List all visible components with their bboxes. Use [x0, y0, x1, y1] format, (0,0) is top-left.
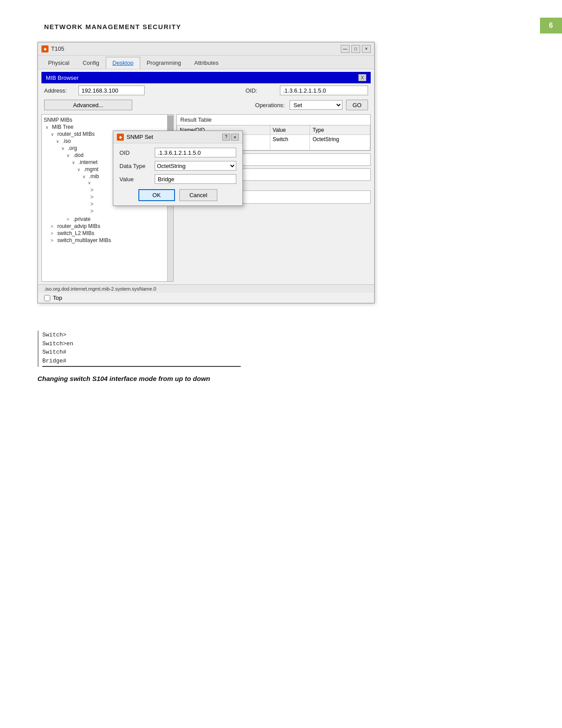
dialog-help-button[interactable]: ?	[222, 134, 230, 141]
window-titlebar: ◆ T105 — □ ×	[38, 42, 374, 56]
result-table-header: Result Table	[177, 115, 370, 125]
cell-type: OctetString	[310, 135, 370, 150]
dialog-buttons: OK Cancel	[119, 189, 236, 201]
snmp-set-dialog: ◆ SNMP Set ? × OID Data Type OctetString…	[113, 131, 243, 206]
mgmt-label: .mgmt	[84, 166, 98, 172]
tree-private[interactable]: > .private	[42, 216, 173, 223]
dod-expand: ∨	[67, 153, 72, 158]
page-number: 6	[540, 18, 562, 34]
private-expand: >	[67, 217, 72, 222]
mib-expand: ∨	[82, 174, 88, 179]
address-label: Address:	[44, 87, 75, 94]
dialog-value-label: Value	[119, 176, 151, 183]
router-std-expand: ∨	[51, 132, 56, 137]
dialog-icon: ◆	[117, 134, 124, 141]
close-window-button[interactable]: ×	[362, 45, 371, 53]
page-title: NETWORK MANAGEMENT SECURITY	[44, 23, 181, 30]
col-type: Type	[310, 126, 370, 135]
terminal-line-4: Bridge#	[42, 357, 275, 366]
terminal-line-2: Switch>en	[42, 340, 275, 348]
dialog-body: OID Data Type OctetString Integer Value …	[113, 143, 242, 205]
mib-tree-expand: ∨	[45, 125, 51, 130]
tree-switch-l2[interactable]: > switch_L2 MIBs	[42, 230, 173, 237]
dialog-datatype-label: Data Type	[119, 163, 151, 169]
mib-label: .mib	[89, 173, 99, 179]
dialog-cancel-button[interactable]: Cancel	[179, 189, 217, 201]
mgmt-expand: ∨	[77, 167, 82, 172]
org-label: .org	[68, 145, 77, 151]
dialog-oid-input[interactable]	[155, 148, 236, 157]
advanced-button[interactable]: Advanced...	[44, 100, 132, 110]
main-window: ◆ T105 — □ × Physical Config Desktop Pro…	[37, 42, 375, 303]
operations-select[interactable]: Set Get GetNext	[290, 100, 342, 110]
dialog-oid-label: OID	[119, 149, 151, 156]
router-advip-expand: >	[51, 224, 56, 229]
mib-tree-label: MIB Tree	[52, 124, 74, 130]
router-std-label: router_std MIBs	[57, 131, 95, 137]
oid-input[interactable]	[280, 86, 368, 95]
oid-label: OID:	[246, 87, 276, 94]
dialog-title-text: SNMP Set	[127, 134, 153, 140]
org-expand: ∨	[61, 146, 67, 151]
checkbox-row: Top	[38, 293, 374, 303]
tree-router-advip[interactable]: > router_advip MIBs	[42, 223, 173, 230]
terminal-underline	[42, 366, 241, 367]
caption: Changing switch S104 interface mode from…	[37, 375, 210, 382]
dialog-oid-row: OID	[119, 148, 236, 157]
terminal-section: Switch> Switch>en Switch# Bridge#	[37, 331, 275, 367]
status-bar: .iso.org.dod.internet.mgmt.mib-2.system.…	[38, 284, 374, 293]
dialog-value-row: Value	[119, 174, 236, 184]
dialog-titlebar: ◆ SNMP Set ? ×	[113, 131, 242, 143]
col-value: Value	[270, 126, 310, 135]
mib-browser-bar: MIB Browser X	[41, 72, 371, 83]
dialog-title-left: ◆ SNMP Set	[117, 134, 153, 141]
mib-browser-close[interactable]: X	[358, 74, 366, 81]
tree-arrow-4[interactable]: >	[90, 208, 173, 215]
tab-desktop[interactable]: Desktop	[106, 57, 140, 69]
terminal-line-3: Switch#	[42, 348, 275, 357]
tree-mib-tree[interactable]: ∨ MIB Tree	[42, 123, 173, 131]
switch-ml-expand: >	[51, 238, 56, 243]
tab-programming[interactable]: Programming	[140, 57, 188, 69]
tree-switch-multilayer[interactable]: > switch_multilayer MIBs	[42, 237, 173, 244]
dialog-value-input[interactable]	[155, 174, 236, 184]
mib-browser-title: MIB Browser	[46, 75, 78, 81]
switch-l2-expand: >	[51, 231, 56, 236]
go-button[interactable]: GO	[346, 100, 368, 110]
iso-expand: ∨	[56, 139, 61, 144]
iso-label: .iso	[63, 138, 71, 144]
dialog-datatype-row: Data Type OctetString Integer	[119, 161, 236, 171]
top-checkbox[interactable]	[44, 295, 50, 301]
snmp-mibs-label: SNMP MIBs	[44, 117, 72, 123]
dialog-close-button[interactable]: ×	[231, 134, 239, 141]
internet-expand: ∨	[72, 160, 77, 165]
window-title-text: T105	[51, 45, 64, 52]
tree-snmp-mibs: SNMP MIBs	[42, 116, 173, 123]
window-controls: — □ ×	[341, 45, 371, 53]
dialog-controls: ? ×	[222, 134, 239, 141]
dod-label: .dod	[73, 152, 83, 158]
window-app-icon: ◆	[41, 45, 48, 52]
tab-attributes[interactable]: Attributes	[188, 57, 225, 69]
internet-label: .internet	[78, 159, 97, 165]
advanced-operations-row: Advanced... Operations: Set Get GetNext …	[38, 97, 374, 112]
router-advip-label: router_advip MIBs	[57, 223, 100, 229]
minimize-button[interactable]: —	[341, 45, 350, 53]
address-row: Address: OID:	[38, 83, 374, 97]
restore-button[interactable]: □	[351, 45, 360, 53]
dialog-datatype-select[interactable]: OctetString Integer	[155, 161, 236, 171]
address-input[interactable]	[78, 86, 145, 95]
top-label: Top	[53, 295, 62, 301]
terminal-line-1: Switch>	[42, 331, 275, 340]
private-label: .private	[73, 216, 90, 222]
tab-config[interactable]: Config	[76, 57, 106, 69]
tab-physical[interactable]: Physical	[41, 57, 76, 69]
window-title: ◆ T105	[41, 45, 64, 52]
switch-l2-label: switch_L2 MIBs	[57, 230, 94, 236]
switch-ml-label: switch_multilayer MIBs	[57, 237, 111, 243]
tab-bar: Physical Config Desktop Programming Attr…	[38, 56, 374, 69]
cell-value: Switch	[270, 135, 310, 150]
mib-sub-expand: ∨	[88, 180, 93, 185]
dialog-ok-button[interactable]: OK	[138, 189, 175, 201]
operations-label: Operations:	[255, 102, 286, 108]
